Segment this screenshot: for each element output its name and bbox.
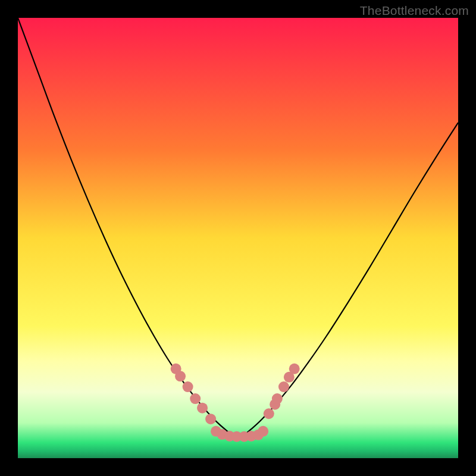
data-marker — [183, 381, 193, 392]
data-marker — [272, 393, 283, 404]
plot-area — [18, 18, 458, 458]
data-marker — [278, 381, 289, 392]
chart-svg — [18, 18, 458, 458]
data-marker — [175, 371, 186, 381]
data-marker — [258, 426, 268, 437]
data-marker — [289, 364, 300, 374]
data-marker — [205, 414, 216, 424]
data-marker — [190, 393, 201, 404]
chart-frame: TheBottleneck.com — [0, 0, 476, 476]
data-marker — [264, 408, 274, 419]
watermark-text: TheBottleneck.com — [360, 4, 469, 18]
data-marker — [197, 403, 208, 414]
gradient-background — [18, 18, 458, 458]
